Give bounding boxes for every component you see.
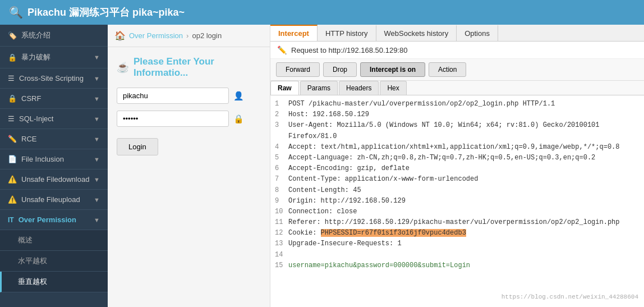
password-input[interactable] bbox=[117, 111, 229, 127]
line-number: 11 bbox=[275, 217, 288, 228]
request-content[interactable]: 1POST /pikachu-master/vul/overpermission… bbox=[270, 95, 644, 307]
warning-icon: ⚠️ bbox=[8, 175, 17, 184]
sub-tab-headers[interactable]: Headers bbox=[339, 81, 379, 95]
request-url-text: Request to http://192.168.50.129:80 bbox=[291, 46, 407, 54]
tag-icon: 🏷️ bbox=[8, 31, 17, 40]
table-row: 5Accept-Language: zh-CN,zh;q=0.8,zh-TW;q… bbox=[275, 153, 640, 163]
sidebar-item-unsafeupload[interactable]: ⚠️Unsafe Fileupload ▼ bbox=[0, 190, 108, 210]
intercept-button[interactable]: Intercept is on bbox=[360, 62, 425, 77]
line-content: Connection: close bbox=[288, 207, 357, 217]
breadcrumb-separator: › bbox=[186, 31, 188, 40]
tab-options[interactable]: Options bbox=[457, 25, 498, 41]
burp-tabs: Intercept HTTP history WebSockets histor… bbox=[270, 25, 644, 42]
line-number: 2 bbox=[275, 109, 288, 120]
breadcrumb: 🏠 Over Permission › op2 login bbox=[108, 25, 270, 47]
line-content: Content-Type: application/x-www-form-url… bbox=[288, 174, 478, 185]
lock-icon: 🔒 bbox=[233, 114, 244, 124]
app-title: Pikachu 漏洞练习平台 pika~pika~ bbox=[27, 6, 185, 19]
chevron-icon: ▼ bbox=[94, 95, 100, 102]
chevron-icon: ▼ bbox=[94, 136, 100, 143]
table-row: 6Accept-Encoding: gzip, deflate bbox=[275, 163, 640, 174]
edit-icon: ✏️ bbox=[277, 45, 287, 54]
line-content: Accept-Encoding: gzip, deflate bbox=[288, 163, 410, 174]
table-row: 7Content-Type: application/x-www-form-ur… bbox=[275, 174, 640, 185]
line-content: POST /pikachu-master/vul/overpermission/… bbox=[288, 99, 555, 109]
sidebar-sub-item-overview[interactable]: 概述 bbox=[0, 230, 108, 251]
sub-tabs: Raw Params Headers Hex bbox=[270, 81, 644, 95]
action-button[interactable]: Action bbox=[429, 62, 466, 77]
sidebar-sub-item-vertical[interactable]: 垂直越权 bbox=[0, 272, 108, 292]
sidebar-item-overpermission[interactable]: ITOver Permission ▼ bbox=[0, 210, 108, 230]
chevron-icon: ▼ bbox=[94, 176, 100, 183]
tab-websockets[interactable]: WebSockets history bbox=[376, 25, 457, 41]
table-row: 15username=pikachu&password=000000&submi… bbox=[275, 260, 640, 271]
line-content: Host: 192.168.50.129 bbox=[288, 109, 369, 120]
chevron-icon: ▼ bbox=[94, 75, 100, 82]
user-icon: 👤 bbox=[233, 91, 244, 101]
line-content: username=pikachu&password=000000&submit=… bbox=[288, 260, 470, 271]
sidebar-item-csrf[interactable]: 🔒CSRF ▼ bbox=[0, 89, 108, 109]
table-row: 1POST /pikachu-master/vul/overpermission… bbox=[275, 99, 640, 109]
forward-button[interactable]: Forward bbox=[276, 62, 320, 77]
sidebar-item-rce[interactable]: ✏️RCE ▼ bbox=[0, 129, 108, 149]
line-number: 1 bbox=[275, 99, 288, 109]
table-row: 14 bbox=[275, 250, 640, 260]
sidebar-item-unsafedownload[interactable]: ⚠️Unsafe Filedownload ▼ bbox=[0, 169, 108, 190]
username-input[interactable] bbox=[117, 88, 229, 104]
line-number: 10 bbox=[275, 207, 288, 217]
chevron-icon: ▼ bbox=[94, 196, 100, 203]
table-row: 10Connection: close bbox=[275, 207, 640, 217]
password-group: 🔒 bbox=[117, 111, 261, 127]
line-content: Content-Length: 45 bbox=[288, 185, 361, 196]
content-area: 🏠 Over Permission › op2 login ☕ Please E… bbox=[108, 25, 270, 307]
login-button[interactable]: Login bbox=[117, 138, 158, 155]
watermark: https://blog.csdn.net/weixin_44288604 bbox=[502, 292, 638, 303]
line-number: 15 bbox=[275, 260, 288, 271]
form-title: ☕ Please Enter Your Informatio... bbox=[117, 56, 261, 79]
sub-tab-params[interactable]: Params bbox=[300, 81, 338, 95]
breadcrumb-current: op2 login bbox=[192, 31, 222, 40]
sub-tab-hex[interactable]: Hex bbox=[380, 81, 406, 95]
table-row: 2Host: 192.168.50.129 bbox=[275, 109, 640, 120]
burp-panel: Intercept HTTP history WebSockets histor… bbox=[270, 25, 644, 307]
table-row: 12Cookie: PHPSESSID=r67f01s1f3o16jf0vpuc… bbox=[275, 228, 640, 239]
line-content: Origin: http://192.168.50.129 bbox=[288, 196, 406, 207]
table-row: 13Upgrade-Insecure-Requests: 1 bbox=[275, 239, 640, 249]
sidebar-item-sqlinject[interactable]: ☰SQL-Inject ▼ bbox=[0, 109, 108, 129]
request-url-bar: ✏️ Request to http://192.168.50.129:80 bbox=[270, 42, 644, 59]
line-number: 6 bbox=[275, 163, 288, 174]
chevron-icon: ▼ bbox=[94, 156, 100, 163]
chevron-icon: ▼ bbox=[94, 116, 100, 122]
line-content: Accept-Language: zh-CN,zh;q=0.8,zh-TW;q=… bbox=[288, 153, 595, 163]
sidebar-sub-item-horizontal[interactable]: 水平越权 bbox=[0, 251, 108, 272]
line-number: 4 bbox=[275, 142, 288, 153]
lock-icon: 🔒 bbox=[8, 94, 17, 103]
sidebar-item-xss[interactable]: ☰Cross-Site Scripting ▼ bbox=[0, 68, 108, 89]
sidebar-item-brute[interactable]: 🔒暴力破解 ▼ bbox=[0, 47, 108, 68]
table-row: 4Accept: text/html,application/xhtml+xml… bbox=[275, 142, 640, 153]
table-row: 11Referer: http://192.168.50.129/pikachu… bbox=[275, 217, 640, 228]
action-toolbar: Forward Drop Intercept is on Action bbox=[270, 59, 644, 81]
line-number: 7 bbox=[275, 174, 288, 185]
line-content: User-Agent: Mozilla/5.0 (Windows NT 10.0… bbox=[288, 120, 640, 141]
table-row: 9Origin: http://192.168.50.129 bbox=[275, 196, 640, 207]
app-header: 🔍 Pikachu 漏洞练习平台 pika~pika~ bbox=[0, 0, 644, 25]
sidebar-item-intro[interactable]: 🏷️系统介绍 bbox=[0, 25, 108, 47]
sub-tab-raw[interactable]: Raw bbox=[270, 81, 299, 95]
tab-intercept[interactable]: Intercept bbox=[270, 25, 318, 41]
line-content: Referer: http://192.168.50.129/pikachu-m… bbox=[288, 217, 620, 228]
pencil-icon: ✏️ bbox=[8, 135, 17, 143]
app-icon: 🔍 bbox=[9, 6, 23, 19]
sidebar-item-fileinclusion[interactable]: 📄File Inclusion ▼ bbox=[0, 149, 108, 169]
breadcrumb-link[interactable]: Over Permission bbox=[129, 31, 183, 40]
tab-http-history[interactable]: HTTP history bbox=[318, 25, 376, 41]
main-layout: 🏷️系统介绍 🔒暴力破解 ▼ ☰Cross-Site Scripting ▼ 🔒… bbox=[0, 25, 644, 307]
form-section: ☕ Please Enter Your Informatio... 👤 🔒 Lo… bbox=[108, 47, 270, 307]
line-content: Cookie: PHPSESSID=r67f01s1f3o16jf0vpuc4d… bbox=[288, 228, 466, 239]
line-number: 9 bbox=[275, 196, 288, 207]
list-icon: ☰ bbox=[8, 114, 15, 123]
chevron-icon: ▼ bbox=[94, 54, 100, 61]
table-row: 3User-Agent: Mozilla/5.0 (Windows NT 10.… bbox=[275, 120, 640, 141]
drop-button[interactable]: Drop bbox=[323, 62, 357, 77]
line-number: 14 bbox=[275, 250, 288, 260]
